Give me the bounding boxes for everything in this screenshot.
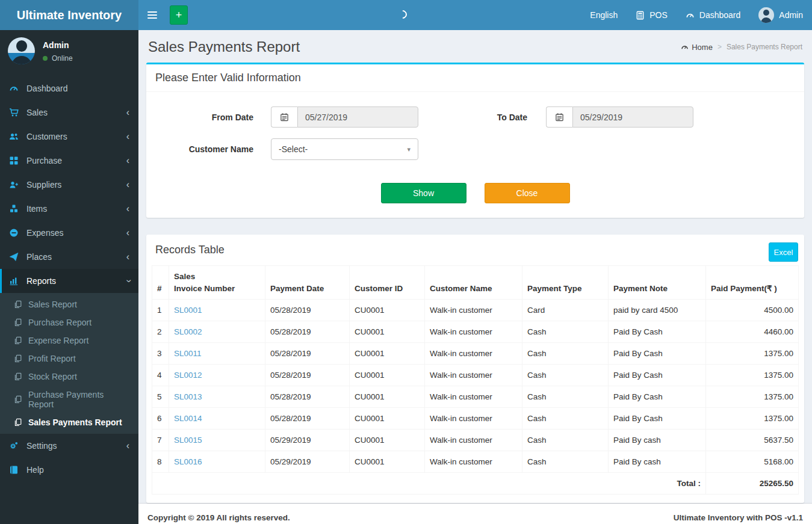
customer-select-value: -Select- — [279, 144, 308, 154]
column-header-1: Sales Invoice Number — [169, 266, 265, 300]
cell: 2 — [152, 321, 169, 343]
invoice-link[interactable]: SL0014 — [174, 414, 202, 423]
cell: 1 — [152, 300, 169, 321]
language-link[interactable]: English — [581, 0, 627, 30]
from-date-input[interactable] — [297, 106, 418, 128]
invoice-link[interactable]: SL0015 — [174, 436, 202, 445]
sidebar-item-items[interactable]: Items‹ — [0, 197, 138, 221]
invoice-link[interactable]: SL0016 — [174, 457, 202, 466]
cell: Cash — [522, 408, 609, 430]
cell: 5 — [152, 386, 169, 408]
cell: Walk-in customer — [425, 321, 522, 343]
cell: 05/29/2019 — [265, 430, 350, 451]
sidebar-item-settings[interactable]: Settings‹ — [0, 434, 138, 458]
app-logo[interactable]: Ultimate Inventory — [0, 0, 138, 30]
files-icon — [14, 300, 22, 309]
sidebar-toggle-button[interactable] — [138, 0, 166, 30]
speedometer-icon — [9, 84, 20, 93]
breadcrumb-home-link[interactable]: Home — [681, 43, 713, 52]
user-menu[interactable]: Admin — [749, 0, 812, 30]
book-icon — [9, 465, 20, 475]
sidebar-menu: DashboardSales‹Customers‹Purchase‹Suppli… — [0, 76, 138, 482]
pos-link[interactable]: POS — [627, 0, 677, 30]
invoice-link[interactable]: SL0012 — [174, 371, 202, 380]
grid-icon — [9, 156, 20, 165]
invoice-link[interactable]: SL0011 — [174, 349, 202, 358]
sidebar-item-reports[interactable]: Reports‹ — [0, 269, 138, 293]
sidebar-avatar — [8, 37, 35, 64]
table-row: 2SL000205/28/2019CU0001Walk-in customerC… — [152, 321, 799, 343]
home-icon — [681, 43, 689, 51]
dashboard-label: Dashboard — [699, 10, 741, 20]
cell: Walk-in customer — [425, 343, 522, 365]
gears-icon — [9, 441, 20, 451]
to-date-label: To Date — [418, 113, 527, 122]
calendar-icon — [555, 113, 564, 122]
version-text: Ultimate Inventory with POS -v1.1 — [674, 513, 803, 522]
excel-export-button[interactable]: Excel — [769, 242, 798, 262]
sidebar-item-help[interactable]: Help — [0, 458, 138, 482]
sidebar-item-suppliers[interactable]: Suppliers‹ — [0, 173, 138, 197]
records-title: Records Table — [146, 235, 804, 265]
sidebar-item-places[interactable]: Places‹ — [0, 245, 138, 269]
invoice-link[interactable]: SL0013 — [174, 392, 202, 401]
dashboard-link[interactable]: Dashboard — [677, 0, 750, 30]
sidebar-subitem-purchase-payments-report[interactable]: Purchase Payments Report — [0, 386, 138, 413]
cell: Paid By Cash — [609, 343, 706, 365]
sidebar-subitem-expense-report[interactable]: Expense Report — [0, 331, 138, 350]
amount-cell: 4500.00 — [706, 300, 799, 321]
sidebar-item-dashboard[interactable]: Dashboard — [0, 76, 138, 100]
invoice-cell: SL0013 — [169, 386, 265, 408]
invoice-link[interactable]: SL0001 — [174, 306, 202, 315]
records-table: #Sales Invoice NumberPayment DateCustome… — [152, 265, 799, 495]
column-header-7: Paid Payment(₹ ) — [706, 266, 799, 300]
top-navbar: Ultimate Inventory + English POS Dashboa… — [0, 0, 812, 30]
chevron-left-icon: ‹ — [126, 180, 129, 190]
show-button[interactable]: Show — [381, 183, 466, 203]
online-status-icon — [43, 56, 48, 61]
close-button[interactable]: Close — [485, 183, 570, 203]
files-icon — [14, 336, 22, 345]
customer-select[interactable]: -Select- ▾ — [271, 138, 418, 160]
customer-name-label: Customer Name — [155, 144, 253, 154]
calculator-icon — [636, 11, 645, 20]
language-label: English — [590, 10, 618, 20]
cell: 05/28/2019 — [265, 300, 350, 321]
user-avatar-icon — [758, 7, 774, 23]
cell: Paid By cash — [609, 430, 706, 451]
to-date-input[interactable] — [572, 106, 693, 128]
cell: CU0001 — [350, 300, 425, 321]
users-icon — [9, 132, 20, 141]
invoice-link[interactable]: SL0002 — [174, 327, 202, 336]
sidebar-item-customers[interactable]: Customers‹ — [0, 125, 138, 149]
sidebar-item-label: Items — [26, 204, 47, 214]
from-date-label: From Date — [155, 113, 253, 122]
column-header-0: # — [152, 266, 169, 300]
sidebar-subitem-sales-payments-report[interactable]: Sales Payments Report — [0, 413, 138, 431]
calendar-addon[interactable] — [546, 106, 572, 128]
minus-circle-icon — [9, 228, 20, 238]
sidebar-item-expenses[interactable]: Expenses‹ — [0, 221, 138, 245]
sidebar-subitem-label: Sales Report — [28, 300, 77, 309]
cell: Paid By Cash — [609, 365, 706, 386]
loading-spinner-icon — [397, 8, 409, 20]
sidebar-subitem-purchase-report[interactable]: Purchase Report — [0, 313, 138, 331]
cell: CU0001 — [350, 321, 425, 343]
cell: Cash — [522, 343, 609, 365]
amount-cell: 1375.00 — [706, 343, 799, 365]
sidebar-subitem-sales-report[interactable]: Sales Report — [0, 295, 138, 313]
quick-add-button[interactable]: + — [170, 5, 188, 25]
cell: Paid By Cash — [609, 386, 706, 408]
invoice-cell: SL0002 — [169, 321, 265, 343]
sidebar-subitem-profit-report[interactable]: Profit Report — [0, 350, 138, 368]
sidebar-subitem-stock-report[interactable]: Stock Report — [0, 368, 138, 386]
cell: 05/28/2019 — [265, 321, 350, 343]
sidebar-item-sales[interactable]: Sales‹ — [0, 100, 138, 125]
chevron-left-icon: ‹ — [126, 441, 129, 451]
invoice-cell: SL0012 — [169, 365, 265, 386]
sidebar-item-purchase[interactable]: Purchase‹ — [0, 149, 138, 173]
table-row: 4SL001205/28/2019CU0001Walk-in customerC… — [152, 365, 799, 386]
cell: 05/28/2019 — [265, 365, 350, 386]
sidebar-item-label: Suppliers — [26, 180, 61, 190]
calendar-addon[interactable] — [271, 106, 297, 128]
